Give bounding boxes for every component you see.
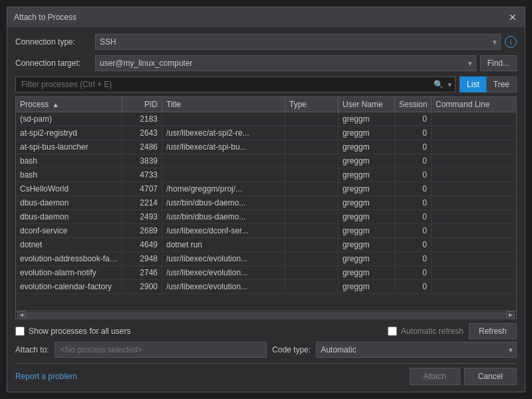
table-cell: greggm — [338, 140, 395, 154]
table-cell: 2689 — [122, 224, 162, 237]
table-cell: 4707 — [122, 182, 162, 196]
table-cell: /usr/bin/dbus-daemo... — [162, 196, 285, 209]
find-button[interactable]: Find... — [480, 55, 517, 71]
table-row[interactable]: dbus-daemon2214/usr/bin/dbus-daemo...gre… — [16, 196, 516, 210]
table-cell: 3839 — [122, 154, 162, 168]
connection-target-wrapper: user@my_linux_computer ▼ — [95, 55, 476, 71]
table-cell: 0 — [395, 112, 432, 126]
report-problem-link[interactable]: Report a problem — [15, 372, 77, 381]
table-cell: 2643 — [122, 126, 162, 140]
connection-type-select[interactable]: SSH Local — [95, 34, 501, 50]
scroll-right-icon[interactable]: ▶ — [507, 311, 515, 319]
table-cell: greggm — [338, 112, 395, 126]
cancel-button[interactable]: Cancel — [464, 368, 517, 385]
table-body[interactable]: (sd-pam)2183greggm0at-spi2-registryd2643… — [16, 112, 516, 311]
table-cell: greggm — [338, 266, 395, 279]
table-row[interactable]: dconf-service2689/usr/libexec/dconf-ser.… — [16, 224, 516, 238]
table-cell: dbus-daemon — [16, 210, 122, 223]
table-cell — [285, 126, 338, 140]
table-cell: CsHelloWorld — [16, 182, 122, 196]
table-cell: (sd-pam) — [16, 112, 122, 126]
list-view-button[interactable]: List — [460, 76, 486, 92]
table-cell: /home/greggm/proj/... — [162, 182, 285, 196]
table-cell: dotnet run — [162, 238, 285, 251]
table-cell: /usr/libexec/at-spi-bu... — [162, 140, 285, 154]
table-cell — [432, 168, 516, 182]
table-cell: /usr/libexec/at-spi2-re... — [162, 126, 285, 140]
filter-dropdown-icon[interactable]: ▼ — [446, 81, 453, 88]
table-row[interactable]: evolution-alarm-notify2746/usr/libexec/e… — [16, 266, 516, 280]
table-cell: 2948 — [122, 252, 162, 265]
table-cell: dconf-service — [16, 224, 122, 237]
table-cell — [285, 196, 338, 209]
table-cell: 0 — [395, 280, 432, 293]
table-row[interactable]: at-spi-bus-launcher2486/usr/libexec/at-s… — [16, 140, 516, 154]
table-cell: 0 — [395, 154, 432, 168]
table-cell — [285, 238, 338, 251]
table-cell: 2900 — [122, 280, 162, 293]
table-cell — [432, 210, 516, 223]
column-header-username[interactable]: User Name — [338, 97, 395, 112]
auto-refresh-label[interactable]: Automatic refresh — [388, 327, 464, 336]
show-all-users-label[interactable]: Show processes for all users — [15, 327, 130, 336]
table-cell: greggm — [338, 280, 395, 293]
table-cell: greggm — [338, 224, 395, 237]
table-cell: 0 — [395, 210, 432, 223]
table-row[interactable]: evolution-calendar-factory2900/usr/libex… — [16, 280, 516, 294]
connection-target-row: Connection target: user@my_linux_compute… — [15, 55, 517, 71]
connection-type-wrapper: SSH Local ▼ — [95, 34, 501, 50]
column-header-pid[interactable]: PID — [122, 97, 162, 112]
table-cell — [432, 238, 516, 251]
show-all-users-checkbox[interactable] — [15, 327, 25, 336]
code-type-select[interactable]: Automatic Managed (.NET) Native — [316, 342, 517, 358]
table-cell: 2183 — [122, 112, 162, 126]
table-cell: /usr/libexec/dconf-ser... — [162, 224, 285, 237]
scroll-left-icon[interactable]: ◀ — [17, 311, 25, 319]
horizontal-scrollbar[interactable]: ◀ ▶ — [16, 311, 516, 319]
footer-row: Report a problem Attach Cancel — [15, 368, 517, 385]
table-cell: /usr/bin/dbus-daemo... — [162, 210, 285, 223]
table-cell: evolution-alarm-notify — [16, 266, 122, 279]
footer-buttons: Attach Cancel — [410, 368, 517, 385]
table-row[interactable]: CsHelloWorld4707/home/greggm/proj/...gre… — [16, 182, 516, 196]
info-icon[interactable]: i — [505, 36, 517, 48]
table-cell — [285, 154, 338, 168]
table-cell — [285, 112, 338, 126]
table-row[interactable]: bash4733greggm0 — [16, 168, 516, 182]
table-row[interactable]: bash3839greggm0 — [16, 154, 516, 168]
table-header: Process ▲ PID Title Type User Name Sessi… — [16, 97, 516, 112]
scrollbar-track[interactable] — [25, 313, 507, 318]
attach-to-process-dialog: Attach to Process ✕ Connection type: SSH… — [7, 7, 525, 392]
table-row[interactable]: dotnet4649dotnet rungreggm0 — [16, 238, 516, 252]
table-row[interactable]: dbus-daemon2493/usr/bin/dbus-daemo...gre… — [16, 210, 516, 224]
table-cell: greggm — [338, 210, 395, 223]
column-header-title[interactable]: Title — [162, 97, 285, 112]
close-button[interactable]: ✕ — [507, 12, 518, 23]
table-cell: 0 — [395, 182, 432, 196]
table-row[interactable]: evolution-addressbook-factory2948/usr/li… — [16, 252, 516, 266]
attach-to-label: Attach to: — [15, 345, 49, 354]
table-cell — [432, 182, 516, 196]
column-header-session[interactable]: Session — [395, 97, 432, 112]
filter-input[interactable] — [15, 76, 456, 92]
table-cell — [162, 168, 285, 182]
table-row[interactable]: at-spi2-registryd2643/usr/libexec/at-spi… — [16, 126, 516, 140]
table-row[interactable]: (sd-pam)2183greggm0 — [16, 112, 516, 126]
table-cell: 0 — [395, 168, 432, 182]
divider — [15, 363, 517, 364]
column-header-process[interactable]: Process ▲ — [16, 97, 122, 112]
attach-to-input[interactable] — [55, 342, 267, 358]
auto-refresh-checkbox[interactable] — [388, 327, 397, 336]
process-table: Process ▲ PID Title Type User Name Sessi… — [15, 96, 517, 319]
attach-button[interactable]: Attach — [410, 368, 460, 385]
table-cell: greggm — [338, 238, 395, 251]
refresh-button[interactable]: Refresh — [469, 323, 517, 339]
tree-view-button[interactable]: Tree — [486, 76, 517, 92]
column-header-cmdline[interactable]: Command Line — [432, 97, 516, 112]
connection-target-select[interactable]: user@my_linux_computer — [95, 55, 476, 71]
column-header-type[interactable]: Type — [285, 97, 338, 112]
table-cell — [285, 182, 338, 196]
table-cell: 0 — [395, 196, 432, 209]
table-cell: 0 — [395, 126, 432, 140]
table-cell — [432, 196, 516, 209]
